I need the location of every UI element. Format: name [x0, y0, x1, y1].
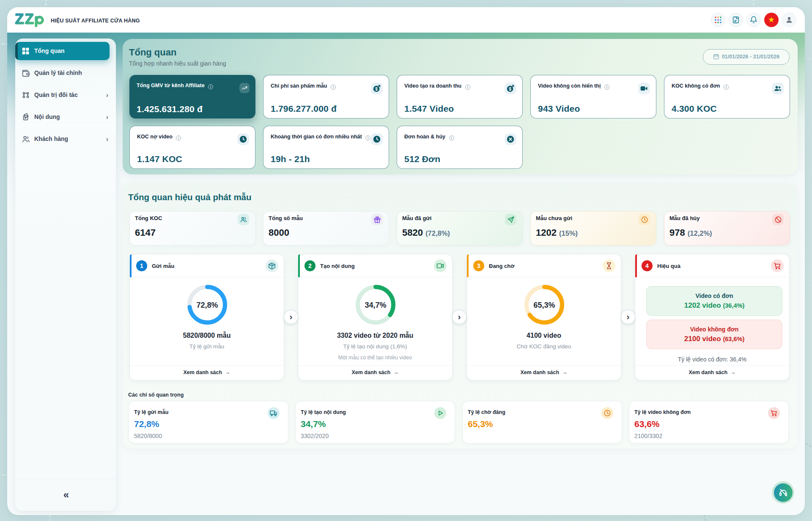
svg-text:$: $	[509, 87, 511, 91]
svg-text:$: $	[375, 87, 378, 91]
